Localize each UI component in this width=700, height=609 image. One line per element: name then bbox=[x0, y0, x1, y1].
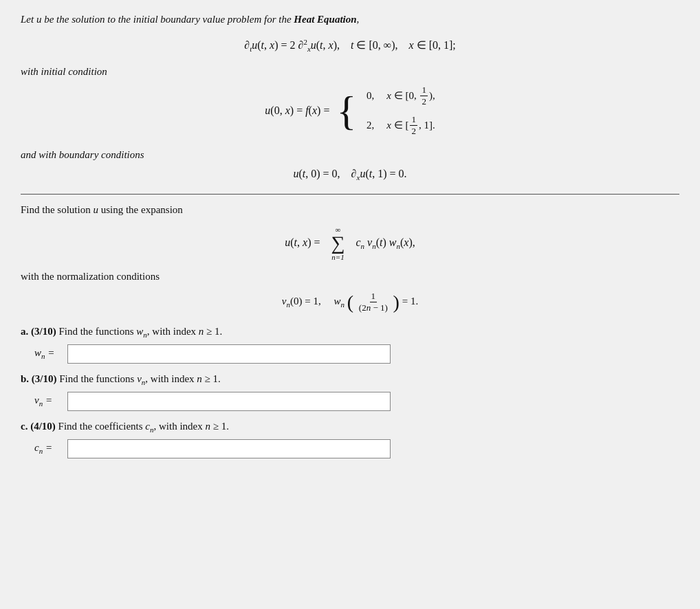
normalization-eq: vn(0) = 1, wn ( 1 (2n − 1) ) = 1. bbox=[21, 291, 679, 313]
normalization-label: with the normalization conditions bbox=[21, 271, 679, 283]
heat-equation: ∂tu(t, x) = 2 ∂2xu(t, x), t ∈ [0, ∞), x … bbox=[21, 38, 679, 54]
sigma-sub: n=1 bbox=[331, 253, 344, 261]
part-b-var: vn = bbox=[34, 395, 62, 408]
sigma-block: ∞ ∑ n=1 bbox=[331, 225, 345, 261]
page: Let u be the solution to the initial bou… bbox=[21, 14, 679, 458]
intro-text: Let u be the solution to the initial bou… bbox=[21, 14, 679, 25]
case1-val: 0, bbox=[362, 90, 374, 102]
part-a-block: a. (3/10) Find the functions wn, with in… bbox=[21, 326, 679, 364]
piecewise-case-1: 0, x ∈ [0, 1 2 ), bbox=[362, 85, 435, 107]
case2-cond: x ∈ [ 1 2 , 1]. bbox=[386, 114, 435, 137]
part-b-input[interactable] bbox=[67, 392, 391, 411]
part-a-label: a. (3/10) Find the functions wn, with in… bbox=[21, 326, 679, 339]
part-c-input[interactable] bbox=[67, 439, 391, 458]
find-text: Find the solution u using the expansion bbox=[21, 204, 679, 216]
part-c-var: cn = bbox=[34, 442, 62, 455]
boundary-label: and with boundary conditions bbox=[21, 149, 679, 161]
part-b-block: b. (3/10) Find the functions vn, with in… bbox=[21, 373, 679, 411]
initial-condition-label: with initial condition bbox=[21, 66, 679, 78]
part-a-input[interactable] bbox=[67, 344, 391, 364]
part-a-input-row: wn = bbox=[34, 344, 679, 364]
heat-equation-display: ∂tu(t, x) = 2 ∂2xu(t, x), t ∈ [0, ∞), x … bbox=[244, 39, 455, 51]
part-c-block: c. (4/10) Find the coefficients cn, with… bbox=[21, 421, 679, 458]
part-b-label: b. (3/10) Find the functions vn, with in… bbox=[21, 373, 679, 386]
piecewise-case-2: 2, x ∈ [ 1 2 , 1]. bbox=[362, 114, 435, 137]
expansion-eq: u(t, x) = ∞ ∑ n=1 cn vn(t) wn(x), bbox=[21, 225, 679, 261]
piecewise-block: u(0, x) = f(x) = { 0, x ∈ [0, 1 2 ), bbox=[21, 85, 679, 137]
case2-val: 2, bbox=[362, 120, 374, 131]
divider bbox=[21, 194, 679, 195]
part-a-var: wn = bbox=[34, 347, 62, 360]
boundary-eq: u(t, 0) = 0, ∂xu(t, 1) = 0. bbox=[21, 168, 679, 181]
piecewise-cases: 0, x ∈ [0, 1 2 ), 2, x ∈ [ bbox=[362, 85, 435, 137]
piecewise-brace: { bbox=[336, 90, 356, 131]
case1-cond: x ∈ [0, 1 2 ), bbox=[386, 85, 435, 107]
sigma-symbol: ∑ bbox=[331, 234, 345, 253]
part-b-input-row: vn = bbox=[34, 392, 679, 411]
part-c-label: c. (4/10) Find the coefficients cn, with… bbox=[21, 421, 679, 434]
piecewise-lhs: u(0, x) = f(x) = bbox=[265, 104, 329, 117]
part-c-input-row: cn = bbox=[34, 439, 679, 458]
